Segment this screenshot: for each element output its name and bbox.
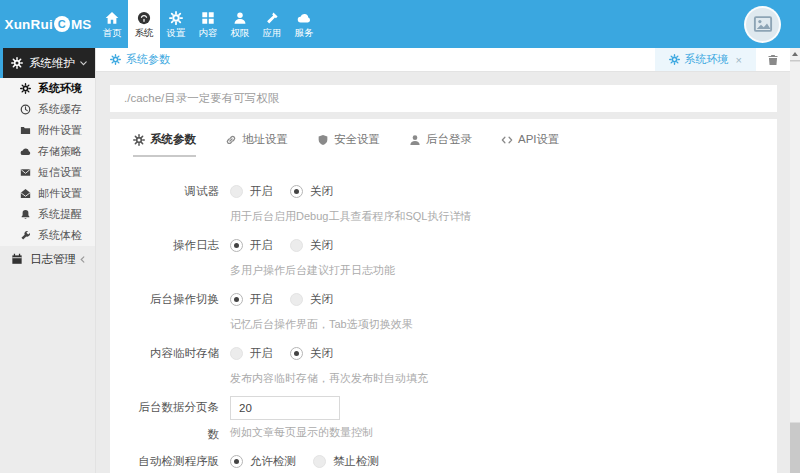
gear-icon (133, 134, 145, 146)
trash-button[interactable] (756, 48, 790, 71)
photo-icon (753, 14, 773, 34)
radio-option[interactable]: 关闭 (290, 346, 333, 361)
tab-label: 后台登录 (426, 132, 472, 147)
nav-item-gear[interactable]: 设置 (160, 0, 192, 48)
user-icon (233, 11, 247, 25)
tab-gear[interactable]: 系统参数 (133, 132, 196, 157)
form-label: 操作日志 (133, 232, 219, 259)
gear-icon (169, 11, 183, 25)
sidebar-item-system-maintenance[interactable]: 系统维护 (0, 48, 95, 78)
top-nav: 首页系统设置内容权限应用服务 (96, 0, 320, 48)
form-label: 后台操作切换 (133, 286, 219, 313)
form-help-text: 例如文章每页显示的数量控制 (230, 425, 373, 440)
sidebar-item-log-manage[interactable]: 日志管理 (0, 246, 95, 272)
radio-option-label: 开启 (250, 346, 273, 361)
sidebar-item-envelope[interactable]: 短信设置 (0, 162, 95, 183)
close-icon[interactable]: × (736, 54, 742, 66)
sidebar-item-label: 系统缓存 (38, 102, 82, 117)
form-control: 开启关闭记忆后台操作界面，Tab选项切换效果 (230, 286, 413, 340)
nav-item-home[interactable]: 首页 (96, 0, 128, 48)
folder-icon (20, 125, 31, 136)
radio-unchecked-icon[interactable] (230, 185, 243, 198)
sidebar-item-label: 邮件设置 (38, 186, 82, 201)
logo-text-right: MS (71, 17, 92, 32)
clock-icon (20, 104, 31, 115)
control-line: 开启关闭 (230, 178, 471, 205)
nav-item-grid[interactable]: 内容 (192, 0, 224, 48)
radio-option[interactable]: 允许检测 (230, 454, 296, 469)
notice-bar: ./cache/目录一定要有可写权限 (110, 85, 777, 112)
form-label: 内容临时存储 (133, 340, 219, 367)
radio-checked-icon[interactable] (230, 455, 243, 468)
sidebar-item-label: 系统体检 (38, 228, 82, 243)
sidebar-item-wrench[interactable]: 系统体检 (0, 225, 95, 246)
radio-option[interactable]: 开启 (230, 238, 273, 253)
radio-option[interactable]: 开启 (230, 184, 273, 199)
nav-item-hammer[interactable]: 应用 (256, 0, 288, 48)
sidebar-item-gear[interactable]: 系统环境 (0, 78, 95, 99)
sidebar-item-label: 系统提醒 (38, 207, 82, 222)
form-row: 后台操作切换开启关闭记忆后台操作界面，Tab选项切换效果 (133, 286, 777, 340)
radio-option[interactable]: 关闭 (290, 238, 333, 253)
sidebar-parent-label: 系统维护 (29, 56, 75, 71)
scrollbar-up-button[interactable] (790, 48, 800, 60)
radio-option[interactable]: 禁止检测 (313, 454, 379, 469)
tab-link[interactable]: 地址设置 (225, 132, 288, 157)
control-line: 开启关闭 (230, 340, 428, 367)
scrollbar-thumb[interactable] (790, 61, 800, 423)
radio-option-label: 禁止检测 (333, 454, 379, 469)
scrollbar[interactable] (790, 48, 800, 473)
nav-item-user[interactable]: 权限 (224, 0, 256, 48)
form-control: 开启关闭发布内容临时存储，再次发布时自动填充 (230, 340, 428, 394)
radio-option-label: 关闭 (310, 292, 333, 307)
tab-code[interactable]: API设置 (501, 132, 560, 157)
radio-option[interactable]: 开启 (230, 346, 273, 361)
radio-checked-icon[interactable] (290, 185, 303, 198)
logo-text-left: XunRui (4, 17, 52, 32)
radio-unchecked-icon[interactable] (290, 293, 303, 306)
radio-option[interactable]: 关闭 (290, 184, 333, 199)
radio-unchecked-icon[interactable] (290, 239, 303, 252)
sidebar-item-label: 存储策略 (38, 144, 82, 159)
form-row: 自动检测程序版本允许检测禁止检测 (133, 448, 777, 473)
gear-icon (20, 83, 31, 94)
page-size-input[interactable] (230, 396, 340, 420)
radio-checked-icon[interactable] (290, 347, 303, 360)
nav-item-label: 设置 (167, 28, 186, 38)
radio-option[interactable]: 开启 (230, 292, 273, 307)
nav-item-label: 系统 (135, 28, 154, 38)
app-window: XunRuiCMS 首页系统设置内容权限应用服务 系统维护 系统环境系统缓存附件… (0, 0, 800, 473)
radio-checked-icon[interactable] (230, 239, 243, 252)
form-row: 后台数据分页条数例如文章每页显示的数量控制 (133, 394, 777, 448)
logo-mark-icon: C (54, 16, 70, 32)
control-line: 开启关闭 (230, 232, 395, 259)
radio-option[interactable]: 关闭 (290, 292, 333, 307)
user-icon (409, 134, 421, 146)
tab-shield[interactable]: 安全设置 (317, 132, 380, 157)
radio-option-label: 开启 (250, 238, 273, 253)
sidebar-item-clock[interactable]: 系统缓存 (0, 99, 95, 120)
radio-unchecked-icon[interactable] (230, 347, 243, 360)
form-label: 后台数据分页条数 (133, 394, 219, 448)
form-row: 调试器开启关闭用于后台启用Debug工具查看程序和SQL执行详情 (133, 178, 777, 232)
sidebar-item-cloud[interactable]: 存储策略 (0, 141, 95, 162)
envelope-open-icon (20, 188, 31, 199)
nav-item-label: 应用 (263, 28, 282, 38)
nav-item-label: 权限 (231, 28, 250, 38)
window-tab-system-env[interactable]: 系统环境 × (655, 48, 756, 71)
tab-user[interactable]: 后台登录 (409, 132, 472, 157)
sidebar-item-envelope-open[interactable]: 邮件设置 (0, 183, 95, 204)
user-avatar[interactable] (744, 6, 781, 43)
sidebar-item-bell[interactable]: 系统提醒 (0, 204, 95, 225)
control-line: 开启关闭 (230, 286, 413, 313)
app-logo[interactable]: XunRuiCMS (0, 0, 96, 48)
breadcrumb-tab-system-params[interactable]: 系统参数 (96, 48, 184, 71)
radio-checked-icon[interactable] (230, 293, 243, 306)
nav-item-system[interactable]: 系统 (128, 0, 160, 48)
cloud-icon (20, 146, 31, 157)
nav-item-cloud[interactable]: 服务 (288, 0, 320, 48)
sidebar-item-folder[interactable]: 附件设置 (0, 120, 95, 141)
radio-unchecked-icon[interactable] (313, 455, 326, 468)
form-help-text: 发布内容临时存储，再次发布时自动填充 (230, 371, 428, 386)
content-area: ./cache/目录一定要有可写权限 系统参数地址设置安全设置后台登录API设置… (96, 72, 790, 473)
